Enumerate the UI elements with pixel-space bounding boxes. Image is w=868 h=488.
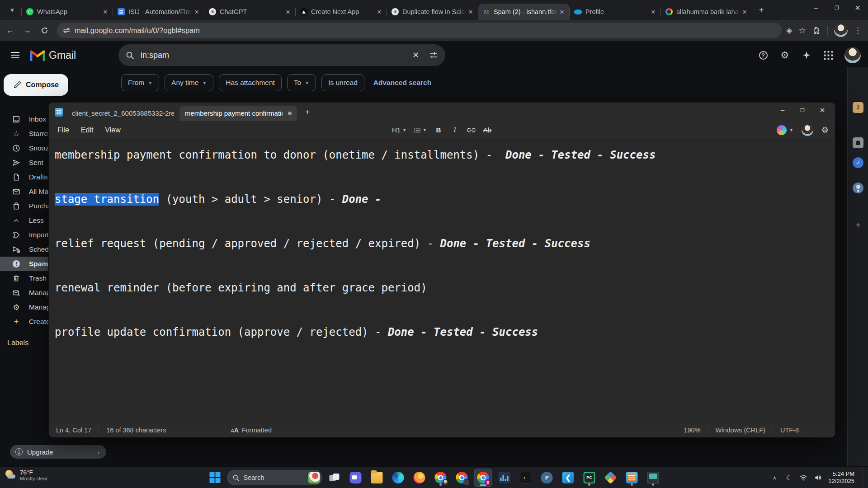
contacts-icon[interactable] [853,183,863,193]
notepad-tab-membership[interactable]: membership payment confirmation [179,106,297,121]
address-bar[interactable]: mail.google.com/mail/u/0/?ogbl#spam [57,23,782,38]
browser-tab-profile[interactable]: Profile ✕ [570,4,661,20]
taskbar-chrome-profile-3-active[interactable]: S [474,469,492,487]
new-tab-button[interactable]: + [755,4,768,16]
list-dropdown[interactable]: ▼ [411,123,429,137]
taskbar-task-manager-pro[interactable] [644,469,662,487]
filter-chip-anytime[interactable]: Any time▼ [165,74,213,91]
notepad-account-avatar[interactable] [802,124,813,136]
start-button[interactable] [206,469,224,487]
calendar-icon[interactable]: 2 [853,102,863,113]
taskbar-edge[interactable] [389,469,407,487]
night-mode-icon[interactable]: ☾ [785,474,793,481]
format-mode[interactable]: AAFormatted [223,427,279,434]
gmail-account-avatar[interactable] [844,47,861,63]
extensions-icon[interactable] [812,26,821,35]
insert-link-button[interactable] [464,123,478,137]
bold-button[interactable]: B [432,123,445,137]
tab-search-button[interactable]: ▼ [5,2,20,18]
taskbar-terminal[interactable]: ›_ [517,469,535,487]
tab-close-icon[interactable]: ✕ [741,8,749,16]
clear-formatting-button[interactable]: Ab [481,123,494,137]
zoom-level[interactable]: 190% [676,427,708,434]
show-desktop-button[interactable] [863,467,864,488]
tab-close-icon[interactable]: ✕ [558,8,566,16]
upgrade-button[interactable]: 1 Upgrade → [10,445,106,459]
notepad-settings-gear-icon[interactable]: ⚙ [821,125,829,135]
restore-button[interactable]: ❐ [826,0,847,15]
taskbar-postgresql[interactable]: P [538,469,556,487]
back-button[interactable]: ← [3,23,17,38]
menu-edit[interactable]: Edit [75,123,99,137]
notepad-editor[interactable]: membership payment confirmation to donor… [49,140,835,422]
taskbar-pycharm[interactable]: PC [580,469,599,487]
gemini-sparkle-icon[interactable] [801,50,812,61]
search-query-text[interactable]: in:spam [141,51,412,60]
tab-close-icon[interactable]: ✕ [467,8,475,16]
notepad-tab-client-secret[interactable]: client_secret_2_60053885332-2reqe52rribe [66,106,179,121]
hidden-icons-chevron[interactable]: ∧ [770,475,778,481]
filter-chip-attachment[interactable]: Has attachment [219,74,282,91]
filter-chip-from[interactable]: From▼ [121,74,159,91]
taskbar-search[interactable]: Search [227,470,322,485]
main-menu-icon[interactable] [5,44,26,66]
bookmark-star-icon[interactable]: ☆ [798,25,806,36]
minimize-button[interactable]: ─ [806,0,826,15]
keep-icon[interactable] [853,137,863,148]
italic-button[interactable]: I [448,123,462,137]
menu-file[interactable]: File [52,123,75,137]
get-add-ons-icon[interactable]: + [853,220,863,230]
notepad-new-tab-button[interactable]: + [301,105,314,119]
menu-view[interactable]: View [99,123,126,137]
browser-tab-salesforce-flow[interactable]: Duplicate flow in Salesforc ✕ [387,4,478,20]
heading-dropdown[interactable]: H1▼ [390,123,409,137]
taskbar-clock[interactable]: 5:24 PM 12/2/2025 [828,470,854,485]
settings-gear-icon[interactable]: ⚙ [779,50,790,61]
taskbar-file-explorer[interactable] [368,469,386,487]
wifi-icon[interactable] [799,475,807,481]
notepad-minimize-button[interactable]: ─ [773,103,793,118]
browser-tab-chatgpt[interactable]: ChatGPT ✕ [204,4,296,20]
browser-tab-gmail-spam[interactable]: Spam (2) - ishann.tforce@ ✕ [478,4,570,20]
browser-tab-whatsapp[interactable]: WhatsApp ✕ [22,4,113,20]
google-apps-grid-icon[interactable] [823,50,834,61]
taskbar-chrome-profile-2[interactable] [453,469,471,487]
help-icon[interactable]: ? [759,51,768,60]
gmail-search-bar[interactable]: in:spam ✕ [118,44,445,66]
taskbar-diagram-tool[interactable] [602,469,620,487]
reload-button[interactable] [37,23,52,38]
notepad-maximize-button[interactable]: ❐ [793,103,812,118]
tracking-protection-icon[interactable]: ◈ [786,26,792,35]
taskbar-chrome-profile-1[interactable] [432,469,450,487]
tab-close-icon[interactable]: ✕ [193,8,201,16]
notepad-close-button[interactable]: ✕ [812,103,832,118]
browser-tab-isij[interactable]: ISIJ - Automation/Flows S ✕ [113,4,204,20]
browser-tab-next-app[interactable]: Create Next App ✕ [296,4,387,20]
browser-profile-avatar[interactable] [834,23,848,37]
tab-close-icon[interactable]: ✕ [101,8,109,16]
clear-search-icon[interactable]: ✕ [412,50,419,60]
line-endings[interactable]: Windows (CRLF) [708,427,773,434]
task-view-button[interactable] [326,469,344,487]
taskbar-notepad[interactable] [623,469,641,487]
volume-icon[interactable] [814,474,822,481]
copilot-button[interactable]: ▼ [777,125,793,135]
close-button[interactable]: ✕ [847,0,868,15]
advanced-search-link[interactable]: Advanced search [373,79,431,87]
browser-menu-icon[interactable]: ⋮ [854,26,862,35]
filter-chip-to[interactable]: To▼ [287,74,316,91]
taskbar-firefox[interactable] [410,469,429,487]
browser-tab-google-search[interactable]: allahumma barik laha - G ✕ [661,4,752,20]
tab-close-icon[interactable]: ✕ [284,8,292,16]
taskbar-chat[interactable] [347,469,365,487]
taskbar-system-monitor[interactable] [495,469,514,487]
compose-button[interactable]: Compose [4,74,68,96]
forward-button[interactable]: → [20,23,34,38]
search-filters-icon[interactable] [429,51,438,60]
tasks-icon[interactable] [853,157,863,168]
tab-close-icon[interactable]: ✕ [649,8,657,16]
encoding[interactable]: UTF-8 [773,427,806,434]
tab-close-icon[interactable]: ✕ [375,8,383,16]
taskbar-vscode[interactable]: ❮ [559,469,577,487]
taskbar-weather-widget[interactable]: 76°F Mostly clear [5,469,47,482]
